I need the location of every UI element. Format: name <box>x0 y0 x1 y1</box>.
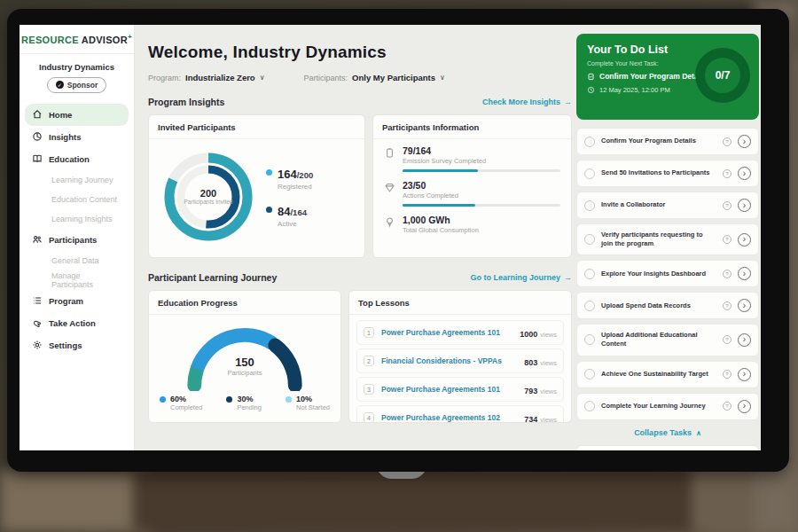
stat-label: Emission Survey Completed <box>403 157 560 165</box>
section-title: Program Insights <box>148 97 224 107</box>
task-row[interactable]: Upload Spend Data Records <box>576 292 759 319</box>
help-icon[interactable] <box>723 235 732 244</box>
actions-progress-bar <box>403 204 560 207</box>
chevron-right-icon[interactable] <box>738 400 751 413</box>
chevron-right-icon[interactable] <box>738 267 751 280</box>
task-row[interactable]: Complete Your Learning Journey <box>576 393 759 420</box>
lesson-row[interactable]: 2 Financial Considerations - VPPAs 803vi… <box>356 348 564 373</box>
chevron-right-icon[interactable] <box>738 368 751 381</box>
filters-row: Program: Industrialize Zero Participants… <box>148 73 572 82</box>
lessons-list: 1 Power Purchase Agreements 101 1000view… <box>349 315 571 423</box>
gauge-center-value: 150 <box>149 356 340 369</box>
lesson-rank: 3 <box>364 384 374 395</box>
lesson-views: 793 <box>524 387 537 395</box>
legend-value: 30% <box>237 395 262 403</box>
sidebar-item-education[interactable]: Education <box>25 148 129 170</box>
pending-dot-icon <box>226 396 232 403</box>
chevron-right-icon[interactable] <box>738 199 751 212</box>
help-icon[interactable] <box>723 270 732 278</box>
sidebar-item-home[interactable]: Home <box>25 104 129 126</box>
task-checkbox[interactable] <box>584 269 595 279</box>
people-icon <box>32 234 43 245</box>
recent-news-card: Recent News <box>576 445 759 451</box>
chevron-right-icon[interactable] <box>738 333 751 347</box>
chevron-right-icon[interactable] <box>738 135 751 148</box>
go-to-learning-journey-link[interactable]: Go to Learning Journey <box>470 273 572 282</box>
home-icon <box>32 109 43 120</box>
check-more-insights-link[interactable]: Check More Insights <box>482 98 572 106</box>
lesson-title-link[interactable]: Financial Considerations - VPPAs <box>381 356 517 365</box>
task-row[interactable]: Upload Additional Educational Content <box>576 324 759 356</box>
lesson-views: 1000 <box>520 330 537 339</box>
completed-dot-icon <box>160 396 166 403</box>
help-icon[interactable] <box>723 335 732 344</box>
task-checkbox[interactable] <box>584 200 595 211</box>
sidebar-item-general-data[interactable]: General Data <box>25 251 129 270</box>
help-icon[interactable] <box>723 201 732 210</box>
task-checkbox[interactable] <box>584 234 595 245</box>
lesson-title-link[interactable]: Power Purchase Agreements 101 <box>381 328 512 337</box>
emission-survey-stat: 79/164 Emission Survey Completed <box>384 145 560 172</box>
task-checkbox[interactable] <box>584 334 595 345</box>
task-row[interactable]: Achieve One Sustainability Target <box>576 361 759 388</box>
learning-journey-header: Participant Learning Journey Go to Learn… <box>148 272 572 283</box>
help-icon[interactable] <box>723 301 732 310</box>
sidebar-item-take-action[interactable]: Take Action <box>25 312 129 334</box>
task-row[interactable]: Explore Your Insights Dashboard <box>576 260 759 287</box>
sidebar-item-education-content[interactable]: Education Content <box>25 190 129 209</box>
brand-primary: RESOURCE <box>21 35 79 45</box>
sidebar-item-label: Learning Insights <box>51 215 113 223</box>
collapse-tasks-link[interactable]: Collapse Tasks <box>576 428 759 437</box>
lesson-row[interactable]: 4 Power Purchase Agreements 102 734views <box>356 405 564 423</box>
lesson-row[interactable]: 1 Power Purchase Agreements 101 1000view… <box>356 320 564 345</box>
task-checkbox[interactable] <box>584 401 595 411</box>
help-icon[interactable] <box>723 402 732 411</box>
task-checkbox[interactable] <box>584 168 595 179</box>
legend-label: Completed <box>170 403 202 411</box>
chevron-right-icon[interactable] <box>738 299 751 312</box>
task-label: Upload Additional Educational Content <box>601 331 716 348</box>
task-row[interactable]: Verify participants requesting to join t… <box>576 223 759 255</box>
help-icon[interactable] <box>723 169 732 178</box>
task-label: Invite a Collaborator <box>601 200 716 209</box>
task-checkbox[interactable] <box>584 369 595 379</box>
sidebar-item-learning-insights[interactable]: Learning Insights <box>25 209 129 229</box>
progress-fill <box>403 204 475 207</box>
insights-cards-row: Invited Participants 200 <box>148 114 572 258</box>
sidebar-item-participants[interactable]: Participants <box>25 229 129 251</box>
chevron-right-icon[interactable] <box>738 233 751 246</box>
sponsor-badge-icon: ✓ <box>56 81 64 89</box>
legend-denominator: /164 <box>290 207 307 217</box>
sidebar-item-manage-participants[interactable]: Manage Participants <box>25 270 129 290</box>
lesson-row[interactable]: 3 Power Purchase Agreements 101 793views <box>356 377 564 402</box>
task-row[interactable]: Send 50 Invitations to Participants <box>576 160 759 187</box>
gauge-legend: 60% Completed 30% Pending 10% Not Starte… <box>149 391 340 411</box>
help-icon[interactable] <box>723 370 732 379</box>
chevron-right-icon[interactable] <box>738 167 751 180</box>
legend-value: 10% <box>296 395 330 403</box>
lesson-views-suffix: views <box>540 359 557 367</box>
sidebar-item-program[interactable]: Program <box>25 290 129 312</box>
sidebar-item-insights[interactable]: Insights <box>25 126 129 148</box>
sidebar-item-settings[interactable]: Settings <box>25 334 129 356</box>
sidebar-item-learning-journey[interactable]: Learning Journey <box>25 170 129 190</box>
task-checkbox[interactable] <box>584 137 595 147</box>
legend-registered: 164/200 Registered <box>266 166 313 191</box>
task-row[interactable]: Invite a Collaborator <box>576 192 759 219</box>
task-checkbox[interactable] <box>584 301 595 311</box>
lesson-title-link[interactable]: Power Purchase Agreements 101 <box>381 385 517 394</box>
sidebar-nav: Home Insights Education Learning Journey… <box>20 102 134 358</box>
progress-fill <box>403 169 478 172</box>
stat-value: 1,000 GWh <box>403 215 560 225</box>
lesson-views: 803 <box>524 358 537 367</box>
card-title: Invited Participants <box>149 115 364 139</box>
lesson-title-link[interactable]: Power Purchase Agreements 102 <box>381 413 517 422</box>
program-select[interactable]: Program: Industrialize Zero <box>148 73 265 82</box>
sidebar-item-label: Participants <box>49 235 97 245</box>
task-row[interactable]: Confirm Your Program Details <box>576 128 759 155</box>
survey-icon <box>384 147 395 159</box>
participants-select[interactable]: Participants: Only My Participants <box>304 73 445 82</box>
legend-active: 84/164 Active <box>266 203 313 228</box>
legend-denominator: /200 <box>297 170 314 180</box>
help-icon[interactable] <box>723 137 732 146</box>
